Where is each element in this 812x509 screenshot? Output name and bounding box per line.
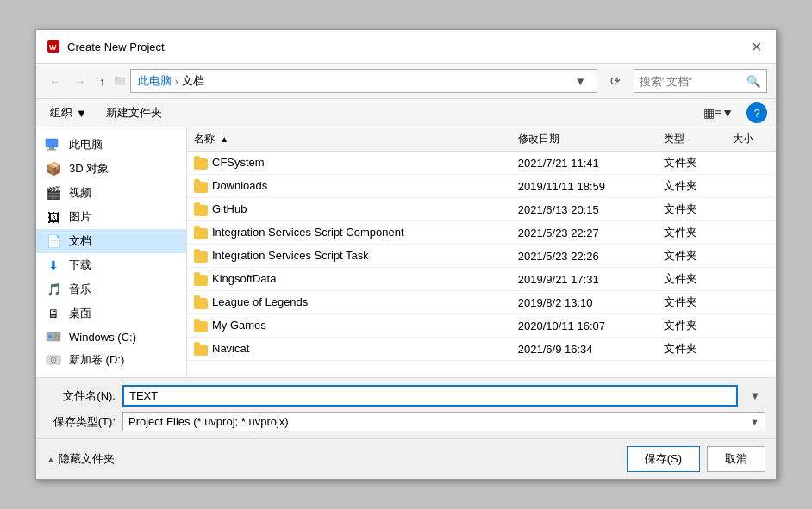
file-type: 文件夹: [657, 175, 726, 198]
table-row[interactable]: Downloads 2019/11/11 18:59 文件夹: [187, 175, 776, 198]
svg-point-12: [53, 359, 54, 361]
search-button[interactable]: 🔍: [746, 75, 761, 88]
view-icon: ▦≡: [703, 106, 721, 120]
file-modified: 2020/10/11 16:07: [511, 314, 658, 338]
col-size[interactable]: 大小: [726, 127, 776, 152]
back-button[interactable]: ←: [45, 72, 65, 90]
hide-folders-button[interactable]: ▲ 隐藏文件夹: [47, 451, 115, 467]
3d-objects-icon: 📦: [45, 162, 62, 176]
file-type: 文件夹: [657, 291, 726, 314]
filename-row: 文件名(N): ▼: [47, 385, 765, 407]
table-row[interactable]: GitHub 2021/6/13 20:15 文件夹: [187, 198, 776, 221]
file-size: [726, 198, 776, 221]
downloads-icon: ⬇: [45, 258, 62, 272]
svg-rect-2: [115, 78, 125, 84]
file-modified: 2021/6/13 20:15: [511, 198, 658, 221]
filetype-dropdown-arrow: ▼: [750, 417, 759, 427]
breadcrumb-this-pc[interactable]: 此电脑: [138, 73, 172, 89]
cancel-button[interactable]: 取消: [707, 446, 765, 472]
folder-icon: [194, 275, 208, 286]
folder-icon: [194, 298, 208, 309]
title-bar: W Create New Project ✕: [36, 30, 776, 64]
file-type: 文件夹: [657, 198, 726, 221]
filetype-dropdown[interactable]: Project Files (*.uvproj; *.uvprojx) ▼: [122, 412, 765, 431]
close-button[interactable]: ✕: [746, 37, 765, 56]
file-name: KingsoftData: [187, 268, 511, 291]
col-type[interactable]: 类型: [657, 127, 726, 152]
view-button[interactable]: ▦≡ ▼: [699, 103, 738, 122]
file-modified: 2021/5/23 22:27: [511, 221, 658, 245]
folder-icon: [194, 205, 208, 216]
new-folder-button[interactable]: 新建文件夹: [101, 102, 167, 123]
file-size: [726, 175, 776, 198]
file-type: 文件夹: [657, 338, 726, 361]
table-row[interactable]: My Games 2020/10/11 16:07 文件夹: [187, 314, 776, 338]
table-row[interactable]: CFSystem 2021/7/21 11:41 文件夹: [187, 152, 776, 175]
table-row[interactable]: Integration Services Script Task 2021/5/…: [187, 245, 776, 268]
file-size: [726, 291, 776, 314]
file-modified: 2021/6/9 16:34: [511, 338, 658, 361]
sidebar-item-downloads[interactable]: ⬇ 下载: [36, 253, 186, 277]
sidebar-item-windows-c[interactable]: Windows (C:): [36, 326, 186, 348]
sidebar-item-this-pc[interactable]: 此电脑: [36, 133, 186, 157]
refresh-button[interactable]: ⟳: [603, 70, 628, 92]
sidebar-item-pictures[interactable]: 🖼 图片: [36, 205, 186, 229]
sidebar-item-videos[interactable]: 🎬 视频: [36, 181, 186, 205]
sidebar-item-3d-objects[interactable]: 📦 3D 对象: [36, 157, 186, 181]
folder-nav-icon: [115, 74, 125, 88]
file-modified: 2019/11/11 18:59: [511, 175, 658, 198]
table-row[interactable]: KingsoftData 2019/9/21 17:31 文件夹: [187, 268, 776, 291]
breadcrumb-current: 文档: [182, 73, 204, 89]
folder-icon: [194, 345, 208, 356]
content-area: 此电脑 📦 3D 对象 🎬 视频 🖼 图片 📄 文档 ⬇ 下载: [36, 127, 776, 377]
filename-label: 文件名(N):: [47, 388, 116, 404]
forward-button[interactable]: →: [70, 72, 90, 90]
table-row[interactable]: Navicat 2021/6/9 16:34 文件夹: [187, 338, 776, 361]
search-input[interactable]: [640, 75, 743, 88]
pictures-icon: 🖼: [45, 210, 62, 224]
nav-toolbar: ← → ↑ 此电脑 › 文档 ▼ ⟳ 🔍: [36, 64, 776, 99]
file-type: 文件夹: [657, 221, 726, 245]
breadcrumb-bar: 此电脑 › 文档 ▼: [130, 69, 598, 93]
filename-dropdown[interactable]: ▼: [745, 389, 765, 402]
col-modified[interactable]: 修改日期: [511, 127, 658, 152]
videos-icon: 🎬: [45, 186, 62, 200]
file-size: [726, 314, 776, 338]
action-buttons: 保存(S) 取消: [627, 446, 765, 472]
filetype-row: 保存类型(T): Project Files (*.uvproj; *.uvpr…: [47, 412, 765, 431]
up-button[interactable]: ↑: [95, 72, 109, 90]
sidebar-label-new-volume-d: 新加卷 (D:): [69, 352, 124, 368]
sidebar-label-videos: 视频: [69, 185, 91, 201]
sidebar-item-new-volume-d[interactable]: 新加卷 (D:): [36, 348, 186, 372]
dialog-title: Create New Project: [67, 40, 165, 53]
folder-icon: [194, 182, 208, 193]
file-name: Integration Services Script Component: [187, 221, 511, 245]
sidebar-label-windows-c: Windows (C:): [69, 331, 136, 344]
file-name: My Games: [187, 314, 511, 338]
footer-bar: ▲ 隐藏文件夹 保存(S) 取消: [36, 438, 776, 479]
file-name: Navicat: [187, 338, 511, 361]
col-name[interactable]: 名称 ▲: [187, 127, 511, 152]
sidebar-item-desktop[interactable]: 🖥 桌面: [36, 301, 186, 326]
sidebar-label-3d: 3D 对象: [69, 161, 109, 177]
svg-rect-6: [47, 149, 56, 151]
sidebar-item-documents[interactable]: 📄 文档: [36, 229, 186, 253]
file-size: [726, 152, 776, 175]
folder-icon: [194, 158, 208, 170]
search-bar: 🔍: [634, 69, 767, 93]
organize-button[interactable]: 组织 ▼: [45, 102, 92, 123]
save-button[interactable]: 保存(S): [627, 446, 700, 472]
table-row[interactable]: Integration Services Script Component 20…: [187, 221, 776, 245]
help-button[interactable]: ?: [746, 102, 767, 123]
new-volume-d-icon: [45, 353, 62, 367]
table-row[interactable]: League of Legends 2019/8/2 13:10 文件夹: [187, 291, 776, 314]
filename-input[interactable]: [122, 385, 738, 407]
sidebar-item-music[interactable]: 🎵 音乐: [36, 277, 186, 301]
sidebar-label-pictures: 图片: [69, 209, 91, 225]
sidebar-label-this-pc: 此电脑: [69, 137, 103, 152]
file-modified: 2021/7/21 11:41: [511, 152, 658, 175]
this-pc-icon: [45, 138, 62, 152]
breadcrumb-dropdown[interactable]: ▼: [572, 75, 590, 88]
svg-rect-5: [49, 147, 54, 149]
filetype-label: 保存类型(T):: [47, 414, 116, 430]
